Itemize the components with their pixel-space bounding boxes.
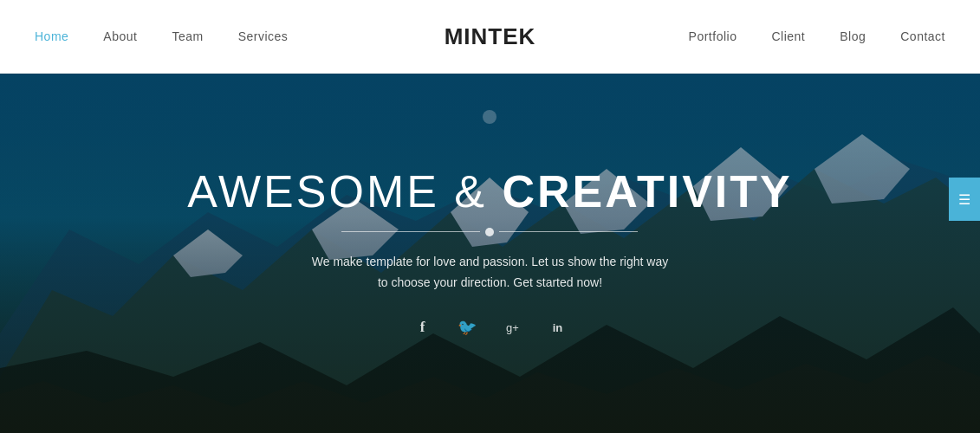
divider-dot (485, 228, 494, 236)
facebook-icon[interactable]: f (408, 313, 436, 341)
hero-subtitle: We make template for love and passion. L… (308, 252, 672, 294)
hero-title: AWESOME & CREATIVITY (187, 165, 793, 217)
hero-social: f 🐦 g+ in (187, 313, 793, 341)
nav-right: Portfolio Client Blog Contact (689, 29, 945, 43)
nav-item-client[interactable]: Client (771, 29, 805, 43)
nav-item-team[interactable]: Team (172, 29, 203, 43)
hero-title-light: AWESOME & (187, 166, 502, 216)
side-tab-button[interactable]: ☰ (949, 178, 980, 221)
logo-bold: TEK (488, 23, 535, 49)
nav-item-about[interactable]: About (103, 29, 137, 43)
googleplus-icon[interactable]: g+ (498, 313, 526, 341)
site-logo[interactable]: MINTEK (445, 23, 536, 50)
hero-divider (187, 228, 793, 236)
nav-item-home[interactable]: Home (35, 29, 68, 43)
side-tab-icon: ☰ (958, 191, 970, 208)
logo-light: MIN (445, 23, 489, 49)
nav-item-blog[interactable]: Blog (840, 29, 866, 43)
hero-content: AWESOME & CREATIVITY We make template fo… (187, 165, 793, 342)
divider-line-right (499, 231, 638, 232)
navbar: Home About Team Services MINTEK Portfoli… (0, 0, 980, 74)
nav-item-services[interactable]: Services (238, 29, 289, 43)
hero-title-bold: CREATIVITY (502, 166, 792, 216)
hero-section: AWESOME & CREATIVITY We make template fo… (0, 74, 980, 433)
twitter-icon[interactable]: 🐦 (453, 313, 481, 341)
nav-item-portfolio[interactable]: Portfolio (689, 29, 737, 43)
linkedin-icon[interactable]: in (543, 313, 571, 341)
nav-left: Home About Team Services (35, 29, 288, 43)
nav-item-contact[interactable]: Contact (900, 29, 945, 43)
divider-line-left (341, 231, 480, 232)
